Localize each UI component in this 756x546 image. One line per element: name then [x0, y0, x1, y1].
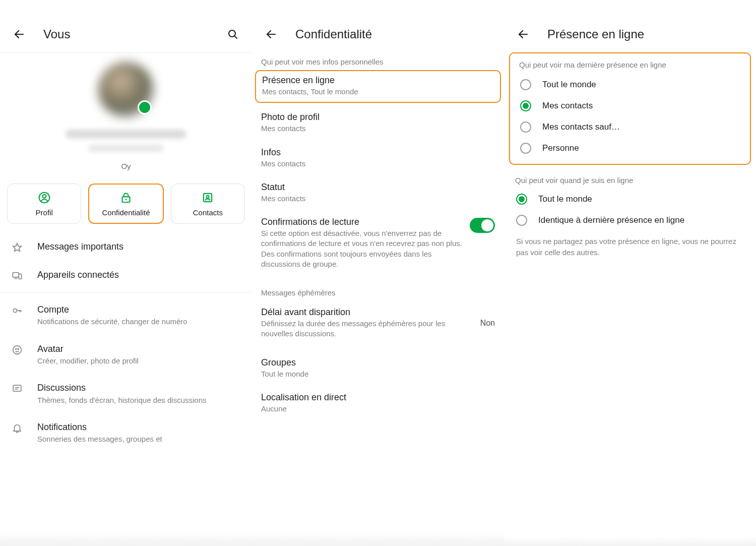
radio-label: Identique à dernière présence en ligne — [538, 215, 684, 225]
item-sub: Mes contacts, Tout le monde — [262, 87, 494, 97]
item-last-seen[interactable]: Présence en ligne Mes contacts, Tout le … — [255, 70, 501, 103]
back-icon[interactable] — [513, 24, 533, 44]
item-profile-photo[interactable]: Photo de profil Mes contacts — [252, 106, 504, 141]
toggle-switch[interactable] — [470, 218, 495, 233]
menu-linked-devices[interactable]: Appareils connectés — [0, 261, 252, 289]
presence-dot-icon — [138, 100, 152, 114]
menu-starred[interactable]: Messages importants — [0, 233, 252, 261]
page-title: Présence en ligne — [547, 27, 644, 41]
item-title: Présence en ligne — [262, 75, 494, 86]
item-title: Délai avant disparition — [261, 307, 473, 318]
back-icon[interactable] — [9, 24, 29, 44]
section-label: Qui peut voir mes infos personnelles — [252, 48, 504, 70]
profile-block: Oy — [0, 53, 252, 184]
menu-avatar[interactable]: Avatar Créer, modifier, photo de profil — [0, 335, 252, 375]
item-value: Non — [480, 319, 495, 328]
chip-label: Contacts — [193, 208, 223, 217]
profile-status: Oy — [121, 162, 131, 170]
menu-title: Notifications — [37, 421, 241, 433]
svg-rect-10 — [13, 273, 19, 277]
menu-chats[interactable]: Discussions Thèmes, fonds d'écran, histo… — [0, 374, 252, 413]
back-icon[interactable] — [261, 24, 281, 44]
item-title: Localisation en direct — [261, 392, 495, 403]
svg-marker-9 — [13, 244, 22, 252]
svg-point-6 — [125, 199, 127, 200]
menu-title: Messages importants — [37, 241, 241, 253]
pane-last-seen: Présence en ligne Qui peut voir ma derni… — [504, 0, 756, 546]
page-title: Confidentialité — [295, 27, 372, 41]
radio-label: Tout le monde — [538, 194, 592, 204]
item-sub: Mes contacts — [261, 124, 495, 134]
radio-label: Mes contacts — [542, 101, 593, 111]
chip-row: Profil Confidentialité Contacts — [0, 184, 252, 233]
menu-sub: Thèmes, fonds d'écran, historique des di… — [37, 395, 241, 405]
devices-icon — [11, 270, 23, 281]
section-label: Qui peut voir quand je suis en ligne — [504, 174, 756, 189]
menu-notifications[interactable]: Notifications Sonneries des messages, gr… — [0, 413, 252, 453]
item-about[interactable]: Infos Mes contacts — [252, 141, 504, 176]
avatar[interactable] — [98, 62, 154, 117]
svg-point-19 — [18, 348, 19, 349]
item-read-receipts[interactable]: Confirmations de lecture Si cette option… — [252, 211, 504, 276]
chip-privacy[interactable]: Confidentialité — [88, 184, 163, 224]
avatar-icon — [11, 344, 23, 355]
menu-title: Avatar — [37, 343, 241, 355]
item-groups[interactable]: Groupes Tout le monde — [252, 346, 504, 386]
appbar: Présence en ligne — [504, 20, 756, 48]
info-note: Si vous ne partagez pas votre présence e… — [504, 231, 756, 263]
item-live-location[interactable]: Localisation en direct Aucune — [252, 386, 504, 421]
radio-icon — [520, 100, 531, 111]
menu-title: Compte — [37, 304, 241, 316]
item-sub: Si cette option est désactivée, vous n'e… — [261, 228, 463, 269]
radio-contacts-except[interactable]: Mes contacts sauf… — [514, 116, 746, 138]
radio-icon — [520, 79, 531, 90]
chip-label: Confidentialité — [102, 208, 150, 217]
item-title: Confirmations de lecture — [261, 217, 463, 227]
menu-sub: Créer, modifier, photo de profil — [37, 356, 241, 366]
svg-point-17 — [13, 345, 22, 354]
item-default-timer[interactable]: Délai avant disparition Définissez la du… — [252, 301, 504, 346]
chip-label: Profil — [36, 208, 53, 217]
item-sub: Tout le monde — [261, 369, 495, 379]
svg-point-13 — [13, 309, 17, 312]
radio-online-everyone[interactable]: Tout le monde — [510, 189, 750, 210]
search-icon[interactable] — [223, 24, 243, 44]
profile-icon — [38, 191, 51, 204]
key-icon — [11, 305, 23, 316]
pane-you: Vous Oy Profil — [0, 0, 252, 546]
radio-label: Personne — [542, 143, 579, 153]
radio-icon — [520, 143, 531, 154]
menu-sub: Sonneries des messages, groupes et — [37, 434, 241, 444]
radio-everyone[interactable]: Tout le monde — [514, 74, 746, 95]
menu-account[interactable]: Compte Notifications de sécurité, change… — [0, 296, 252, 335]
radio-icon — [520, 122, 531, 133]
chip-profile[interactable]: Profil — [7, 184, 81, 224]
bell-icon — [11, 422, 23, 434]
radio-label: Tout le monde — [542, 80, 596, 90]
section-label: Qui peut voir ma dernière présence en li… — [514, 56, 746, 74]
appbar: Vous — [0, 20, 252, 48]
menu-sub: Notifications de sécurité, changer de nu… — [37, 317, 241, 327]
divider — [0, 292, 252, 293]
section-label: Messages éphémères — [252, 276, 504, 301]
item-status[interactable]: Statut Mes contacts — [252, 176, 504, 211]
svg-rect-20 — [13, 385, 21, 391]
last-seen-options: Qui peut voir ma dernière présence en li… — [509, 52, 751, 165]
chip-contacts[interactable]: Contacts — [171, 184, 245, 224]
menu-title: Discussions — [37, 382, 241, 394]
appbar: Confidentialité — [252, 20, 504, 48]
radio-label: Mes contacts sauf… — [542, 122, 620, 132]
contacts-icon — [201, 191, 214, 204]
radio-nobody[interactable]: Personne — [514, 138, 746, 159]
item-title: Groupes — [261, 357, 495, 368]
item-title: Infos — [261, 147, 495, 158]
radio-contacts[interactable]: Mes contacts — [514, 95, 746, 116]
radio-online-same-as[interactable]: Identique à dernière présence en ligne — [510, 210, 750, 231]
item-title: Statut — [261, 182, 495, 193]
svg-line-2 — [234, 36, 237, 38]
svg-rect-12 — [19, 274, 22, 279]
chat-icon — [11, 383, 23, 394]
item-sub: Mes contacts — [261, 159, 495, 169]
svg-point-4 — [42, 194, 46, 198]
pane-privacy: Confidentialité Qui peut voir mes infos … — [252, 0, 504, 546]
